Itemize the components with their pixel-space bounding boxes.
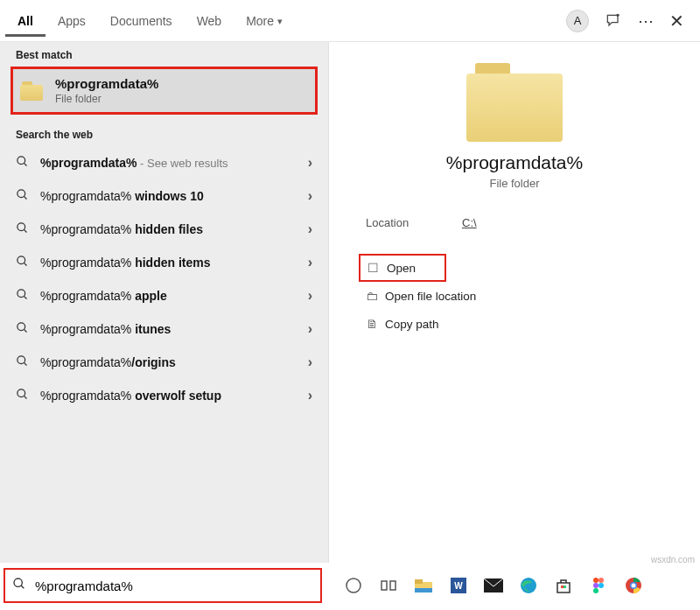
section-search-web: Search the web [0, 122, 328, 146]
close-icon[interactable]: ✕ [669, 11, 684, 32]
mail-icon[interactable] [481, 573, 506, 598]
svg-rect-23 [415, 579, 423, 584]
search-bar[interactable] [4, 568, 322, 603]
tab-web[interactable]: Web [185, 4, 234, 37]
cortana-icon[interactable] [341, 573, 366, 598]
svg-point-19 [346, 578, 360, 592]
chevron-right-icon[interactable]: › [308, 388, 312, 403]
results-panel: Best match %programdata% File folder Sea… [0, 42, 329, 563]
search-icon [16, 255, 32, 271]
meta-location-label: Location [366, 216, 462, 229]
chevron-right-icon[interactable]: › [308, 221, 312, 237]
chrome-icon[interactable] [621, 573, 646, 598]
svg-point-15 [18, 389, 25, 396]
search-input[interactable] [33, 578, 313, 594]
svg-point-17 [14, 578, 22, 586]
web-result[interactable]: %programdata% apple› [0, 279, 328, 312]
chevron-right-icon[interactable]: › [308, 155, 312, 171]
web-result-text: %programdata% windows 10 [40, 189, 308, 203]
svg-point-5 [18, 222, 25, 230]
svg-point-30 [593, 578, 598, 583]
tab-apps[interactable]: Apps [46, 4, 98, 37]
open-icon: ☐ [368, 261, 387, 275]
chevron-down-icon: ▾ [277, 16, 283, 27]
svg-point-32 [593, 583, 598, 588]
svg-line-2 [24, 163, 26, 165]
svg-rect-24 [415, 588, 432, 592]
svg-point-31 [598, 578, 604, 583]
action-open-location-label: Open file location [385, 290, 476, 303]
svg-point-1 [18, 156, 25, 164]
svg-line-10 [24, 296, 26, 298]
top-icon-group: A ⋯ ✕ [566, 10, 700, 32]
svg-point-3 [18, 189, 25, 197]
store-icon[interactable] [551, 573, 576, 598]
edge-icon[interactable] [516, 573, 541, 598]
copy-icon: 🗎 [366, 317, 385, 331]
avatar[interactable]: A [566, 10, 589, 32]
svg-point-33 [598, 583, 604, 588]
file-explorer-icon[interactable] [411, 573, 436, 598]
svg-rect-20 [382, 581, 387, 590]
search-icon [16, 221, 32, 238]
folder-path-icon: 🗀 [366, 289, 385, 303]
web-result[interactable]: %programdata% - See web results› [0, 146, 328, 179]
preview-folder-icon [466, 63, 563, 142]
chevron-right-icon[interactable]: › [308, 255, 312, 270]
search-icon [16, 321, 32, 338]
svg-rect-21 [390, 581, 396, 590]
web-result-text: %programdata%/origins [40, 355, 308, 369]
credit-text: wsxdn.com [651, 555, 695, 564]
svg-rect-29 [564, 585, 566, 588]
search-icon [16, 354, 32, 371]
action-list: ☐ Open 🗀 Open file location 🗎 Copy path [329, 238, 700, 354]
tab-more[interactable]: More ▾ [234, 4, 295, 37]
best-match-title: %programdata% [55, 76, 158, 91]
action-open-label: Open [387, 262, 416, 275]
svg-line-14 [24, 362, 26, 365]
web-result[interactable]: %programdata% hidden files› [0, 213, 328, 246]
svg-line-12 [24, 329, 26, 332]
svg-point-13 [18, 355, 25, 363]
web-result-text: %programdata% - See web results [40, 156, 308, 170]
web-result[interactable]: %programdata% itunes› [0, 312, 328, 346]
action-copy-path[interactable]: 🗎 Copy path [359, 310, 670, 338]
chevron-right-icon[interactable]: › [308, 321, 312, 337]
tab-documents[interactable]: Documents [98, 4, 185, 37]
action-open[interactable]: ☐ Open [359, 254, 446, 282]
top-tabs-bar: All Apps Documents Web More ▾ A ⋯ ✕ [0, 0, 700, 42]
web-result[interactable]: %programdata% hidden items› [0, 246, 328, 279]
meta-location-value[interactable]: C:\ [462, 216, 477, 229]
best-match-subtitle: File folder [55, 93, 158, 105]
web-result[interactable]: %programdata% overwolf setup› [0, 379, 328, 412]
task-view-icon[interactable] [376, 573, 401, 598]
svg-point-7 [18, 256, 25, 263]
web-result-text: %programdata% hidden files [40, 222, 308, 236]
web-result[interactable]: %programdata%/origins› [0, 346, 328, 379]
meta-location: Location C:\ [329, 190, 700, 238]
svg-line-16 [24, 396, 26, 398]
svg-rect-28 [561, 585, 564, 588]
action-open-location[interactable]: 🗀 Open file location [359, 282, 670, 310]
more-icon[interactable]: ⋯ [638, 11, 654, 31]
svg-point-37 [632, 584, 636, 588]
search-icon [16, 188, 32, 205]
chevron-right-icon[interactable]: › [308, 288, 312, 304]
chevron-right-icon[interactable]: › [308, 188, 312, 204]
web-result-text: %programdata% itunes [40, 322, 308, 336]
figma-icon[interactable] [586, 573, 611, 598]
taskbar: W [332, 568, 700, 603]
search-icon [16, 155, 32, 172]
preview-panel: %programdata% File folder Location C:\ ☐… [329, 42, 700, 563]
svg-line-18 [21, 585, 24, 588]
word-icon[interactable]: W [446, 573, 471, 598]
web-result[interactable]: %programdata% windows 10› [0, 179, 328, 213]
preview-subtitle: File folder [329, 177, 700, 190]
chevron-right-icon[interactable]: › [308, 354, 312, 370]
tab-all[interactable]: All [5, 4, 46, 37]
search-icon [16, 288, 32, 305]
best-match-result[interactable]: %programdata% File folder [10, 67, 318, 115]
svg-point-34 [593, 588, 598, 593]
search-icon [12, 577, 26, 594]
feedback-icon[interactable] [605, 12, 622, 30]
